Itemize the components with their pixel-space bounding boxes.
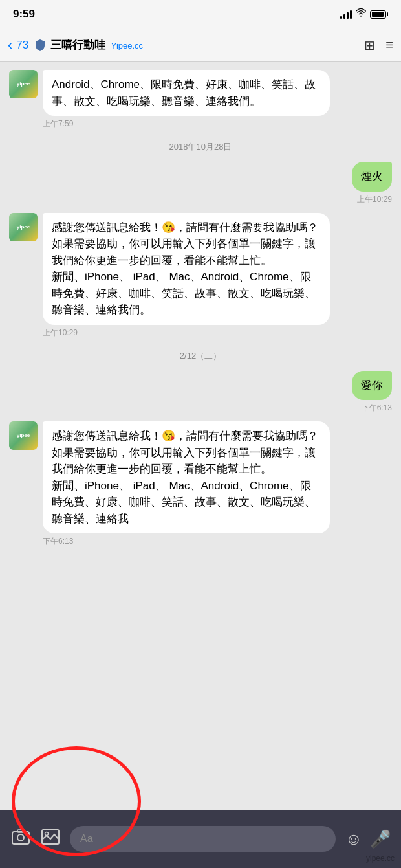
shield-icon [34, 39, 47, 52]
microphone-icon[interactable]: 🎤 [370, 829, 391, 849]
back-arrow-icon: ‹ [8, 37, 12, 54]
nav-bar: ‹ 73 三嘻行動哇 Yipee.cc ⊞ ≡ [0, 28, 401, 62]
incoming-bubble: 感謝您傳送訊息給我！😘，請問有什麼需要我協助嗎？如果需要協助，你可以用輸入下列各… [43, 421, 330, 533]
incoming-bubble: 感謝您傳送訊息給我！😘，請問有什麼需要我協助嗎？如果需要協助，你可以用輸入下列各… [43, 213, 330, 325]
svg-point-5 [45, 832, 49, 835]
back-count: 73 [16, 39, 28, 52]
svg-point-0 [360, 16, 362, 17]
input-bar: ☺ 🎤 [0, 810, 401, 868]
image-icon[interactable] [40, 827, 61, 852]
message-time: 上午7:59 [43, 118, 330, 129]
avatar: yipee [9, 70, 38, 98]
menu-grid-icon[interactable]: ⊞ [364, 38, 375, 53]
emoji-icon[interactable]: ☺ [345, 829, 362, 849]
date-divider-2: 2/12（二） [9, 346, 392, 366]
bubble-wrap: 感謝您傳送訊息給我！😘，請問有什麼需要我協助嗎？如果需要協助，你可以用輸入下列各… [43, 421, 330, 547]
nav-channel-name: 三嘻行動哇 Yipee.cc [50, 38, 143, 52]
message-time: 上午10:29 [357, 194, 392, 205]
avatar: yipee [9, 213, 38, 241]
message-time: 下午6:13 [362, 403, 392, 414]
watermark: yipee.cc [366, 854, 395, 863]
chat-area: yipee Android、Chrome、限時免費、好康、咖啡、笑話、故事、散文… [0, 62, 401, 627]
message-row: 煙火 上午10:29 [9, 162, 392, 205]
svg-rect-1 [12, 832, 29, 844]
nav-title-area: 三嘻行動哇 Yipee.cc [34, 38, 359, 52]
bubble-wrap: Android、Chrome、限時免費、好康、咖啡、笑話、故事、散文、吃喝玩樂、… [43, 70, 330, 129]
message-row: yipee 感謝您傳送訊息給我！😘，請問有什麼需要我協助嗎？如果需要協助，你可以… [9, 421, 392, 547]
nav-subtitle: Yipee.cc [111, 41, 143, 50]
bubble-wrap: 愛你 下午6:13 [352, 371, 392, 414]
outgoing-bubble: 愛你 [352, 371, 392, 401]
message-row: yipee 感謝您傳送訊息給我！😘，請問有什麼需要我協助嗎？如果需要協助，你可以… [9, 213, 392, 339]
camera-icon[interactable] [10, 827, 31, 852]
message-time: 上午10:29 [43, 328, 330, 339]
bubble-wrap: 煙火 上午10:29 [352, 162, 392, 205]
input-right-icons: ☺ 🎤 [345, 829, 391, 849]
svg-point-2 [17, 834, 24, 841]
status-time: 9:59 [13, 8, 35, 21]
signal-bars-icon [340, 10, 352, 19]
hamburger-icon[interactable]: ≡ [385, 38, 393, 52]
battery-icon [370, 10, 388, 19]
back-button[interactable]: ‹ 73 [8, 37, 28, 54]
outgoing-bubble: 煙火 [352, 162, 392, 192]
wifi-icon [356, 8, 366, 21]
message-time: 下午6:13 [43, 536, 330, 547]
avatar: yipee [9, 421, 38, 450]
status-icons [340, 8, 388, 21]
incoming-bubble: Android、Chrome、限時免費、好康、咖啡、笑話、故事、散文、吃喝玩樂、… [43, 70, 330, 116]
bubble-wrap: 感謝您傳送訊息給我！😘，請問有什麼需要我協助嗎？如果需要協助，你可以用輸入下列各… [43, 213, 330, 339]
message-row: 愛你 下午6:13 [9, 371, 392, 414]
message-row: yipee Android、Chrome、限時免費、好康、咖啡、笑話、故事、散文… [9, 70, 392, 129]
status-bar: 9:59 [0, 0, 401, 28]
nav-actions: ⊞ ≡ [364, 38, 393, 53]
message-input[interactable] [70, 826, 336, 852]
date-divider: 2018年10月28日 [9, 137, 392, 157]
